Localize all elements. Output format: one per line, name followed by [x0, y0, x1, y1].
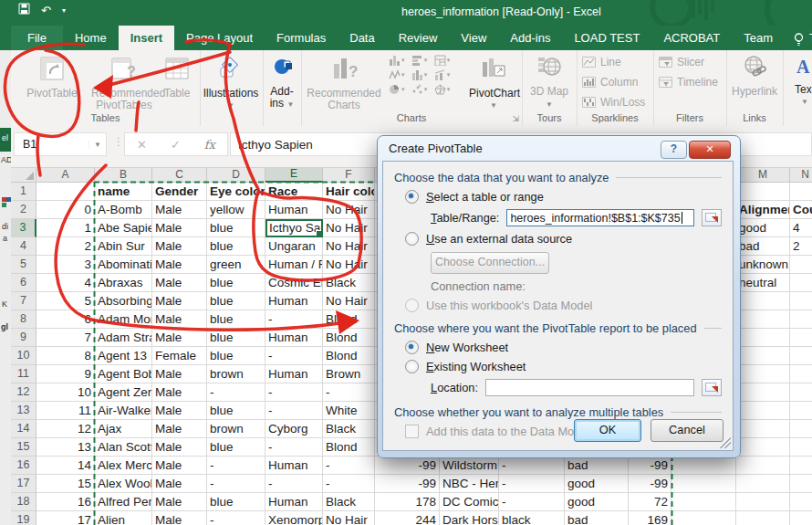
- cell-C18[interactable]: Male: [152, 493, 207, 511]
- dialog-help-button[interactable]: ?: [661, 141, 687, 159]
- cell-C13[interactable]: Male: [152, 402, 207, 420]
- illustrations-button[interactable]: Illustrations ▼: [202, 53, 260, 111]
- cell-E5[interactable]: Human / Radiation: [265, 256, 323, 274]
- cell-A4[interactable]: 2: [36, 237, 95, 256]
- qat-customize-icon[interactable]: ▾: [62, 6, 66, 15]
- row-header-18[interactable]: 18: [11, 493, 36, 511]
- cell-D10[interactable]: blue: [207, 347, 265, 365]
- hyperlink-button[interactable]: Hyperlink: [728, 53, 781, 98]
- ok-button[interactable]: OK: [574, 419, 641, 442]
- line-chart-icon[interactable]: ▾: [389, 69, 405, 80]
- cell-N2[interactable]: Count: [790, 201, 812, 219]
- cell-A3[interactable]: 1: [36, 219, 95, 237]
- cell-G16[interactable]: -99: [375, 457, 440, 475]
- cell-I16[interactable]: -: [499, 457, 565, 475]
- cell-B7[interactable]: Absorbing Man: [95, 292, 152, 310]
- cell-N4[interactable]: 2: [790, 237, 812, 256]
- cell-C17[interactable]: Male: [152, 475, 207, 493]
- cell-D6[interactable]: blue: [207, 274, 265, 292]
- cell-J17[interactable]: good: [565, 475, 629, 493]
- cell-E2[interactable]: Human: [265, 201, 323, 219]
- column-header-D[interactable]: D: [207, 167, 265, 183]
- cell-N11[interactable]: [790, 365, 812, 383]
- row-header-11[interactable]: 11: [11, 365, 36, 383]
- checkbox-add-to-data-model[interactable]: [405, 425, 419, 438]
- cell-F9[interactable]: Blond: [323, 329, 375, 347]
- cell-N1[interactable]: [790, 183, 812, 201]
- scatter-chart-icon[interactable]: ▾: [411, 84, 428, 95]
- cell-B18[interactable]: Alfred Pennyworth: [95, 493, 152, 511]
- cell-A6[interactable]: 4: [36, 274, 95, 292]
- cell-H18[interactable]: DC Comics: [440, 493, 499, 511]
- hierarchy-chart-icon[interactable]: ▾: [434, 55, 451, 66]
- cell-A5[interactable]: 3: [36, 256, 95, 274]
- tab-page-layout[interactable]: Page Layout: [174, 26, 265, 50]
- tab-data[interactable]: Data: [338, 26, 386, 50]
- cell-G17[interactable]: -99: [375, 475, 440, 493]
- cell-F18[interactable]: Black: [323, 493, 375, 511]
- cell-N19[interactable]: [790, 511, 812, 525]
- cell-F8[interactable]: Blond: [323, 310, 375, 329]
- cell-C19[interactable]: Male: [152, 511, 207, 525]
- cell-A17[interactable]: 15: [36, 475, 95, 493]
- cell-M9[interactable]: [736, 329, 790, 347]
- cell-A13[interactable]: 11: [36, 402, 95, 420]
- cell-L18[interactable]: [671, 493, 736, 511]
- recommended-pivottables-button[interactable]: ? Recommended PivotTables: [91, 53, 157, 111]
- cell-B10[interactable]: Agent 13: [95, 347, 152, 365]
- cell-C12[interactable]: Male: [152, 383, 207, 402]
- column-button[interactable]: Column: [582, 76, 638, 89]
- cell-M3[interactable]: good: [736, 219, 790, 237]
- cell-B17[interactable]: Alex Woolsly: [95, 475, 152, 493]
- cell-B8[interactable]: Adam Monroe: [95, 310, 152, 329]
- cell-C10[interactable]: Female: [152, 347, 207, 365]
- cell-B15[interactable]: Alan Scott: [95, 438, 152, 457]
- cell-E18[interactable]: Human: [265, 493, 323, 511]
- cell-D7[interactable]: blue: [207, 292, 265, 310]
- cell-N13[interactable]: [790, 402, 812, 420]
- cell-B1[interactable]: name: [95, 183, 152, 201]
- cell-A14[interactable]: 12: [36, 420, 95, 438]
- cell-M11[interactable]: [736, 365, 790, 383]
- cell-D19[interactable]: -: [207, 511, 265, 525]
- cell-L17[interactable]: [671, 475, 736, 493]
- cell-F13[interactable]: White: [323, 402, 375, 420]
- cell-M18[interactable]: [736, 493, 790, 511]
- cell-E9[interactable]: Human: [265, 329, 323, 347]
- recommended-charts-button[interactable]: ? Recommended Charts: [305, 53, 383, 111]
- row-header-5[interactable]: 5: [11, 256, 36, 274]
- column-header-M[interactable]: M: [736, 167, 790, 183]
- cell-B9[interactable]: Adam Strange: [95, 329, 152, 347]
- location-input[interactable]: [485, 379, 694, 396]
- cell-C8[interactable]: Male: [152, 310, 207, 329]
- cell-E13[interactable]: -: [265, 402, 323, 420]
- cell-M12[interactable]: [736, 383, 790, 402]
- cell-F19[interactable]: No Hair: [323, 511, 375, 525]
- cell-M1[interactable]: [736, 183, 790, 201]
- cell-N9[interactable]: [790, 329, 812, 347]
- row-header-10[interactable]: 10: [11, 347, 36, 365]
- row-header-12[interactable]: 12: [11, 383, 36, 402]
- cell-M14[interactable]: [736, 420, 790, 438]
- cell-N14[interactable]: [790, 420, 812, 438]
- cell-C3[interactable]: Male: [152, 219, 207, 237]
- cell-A7[interactable]: 5: [36, 292, 95, 310]
- win-loss-button[interactable]: Win/Loss: [582, 96, 645, 109]
- table-range-input[interactable]: heroes_information!$B$1:$K$735: [506, 209, 694, 226]
- tell-me-box[interactable]: Tell me what you want to do: [785, 26, 812, 50]
- addins-button[interactable]: Add-ins ▼: [264, 53, 300, 110]
- cell-H16[interactable]: Wildstorm: [440, 457, 499, 475]
- tab-add-ins[interactable]: Add-ins: [498, 26, 562, 50]
- 3d-map-button[interactable]: 3D Map ▼: [526, 53, 573, 110]
- cell-J18[interactable]: good: [565, 493, 629, 511]
- cell-C5[interactable]: Male: [152, 256, 207, 274]
- radio-select-table-or-range[interactable]: [405, 190, 419, 204]
- cell-J19[interactable]: bad: [565, 511, 629, 525]
- row-header-15[interactable]: 15: [11, 438, 36, 457]
- radio-new-worksheet[interactable]: [405, 341, 419, 354]
- column-header-A[interactable]: A: [36, 167, 95, 183]
- cell-K19[interactable]: 169: [629, 511, 671, 525]
- column3d-chart-icon[interactable]: ▾: [411, 69, 428, 80]
- fill-handle[interactable]: [316, 230, 322, 236]
- cell-N7[interactable]: [790, 292, 812, 310]
